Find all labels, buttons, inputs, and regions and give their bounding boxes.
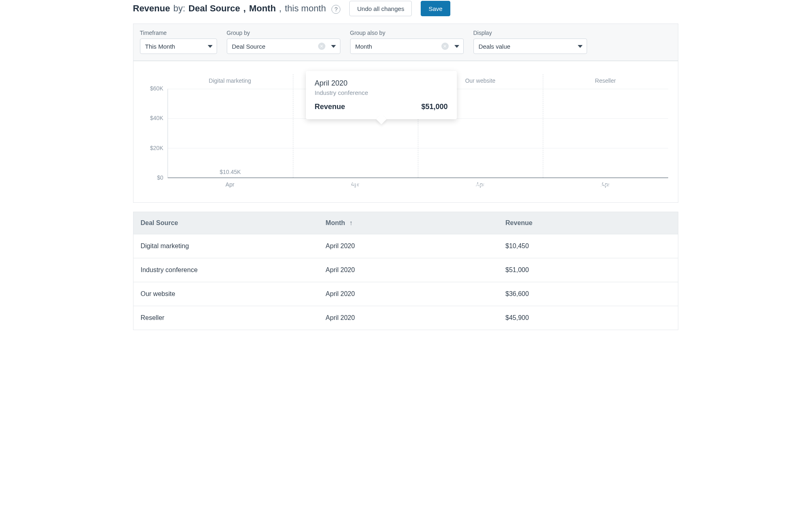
filter-bar: Timeframe This Month Group by Deal Sourc… (133, 24, 678, 61)
th-revenue[interactable]: Revenue (498, 212, 678, 234)
th-deal-source-label: Deal Source (141, 219, 178, 226)
filter-timeframe-label: Timeframe (140, 30, 217, 36)
th-month[interactable]: Month ↑ (318, 212, 498, 234)
cell-month: April 2020 (318, 282, 498, 306)
bar-label: $45.9K (557, 182, 654, 188)
chevron-down-icon (578, 45, 583, 48)
cell-month: April 2020 (318, 234, 498, 258)
filter-groupalso-label: Group also by (350, 30, 464, 36)
display-value: Deals value (479, 43, 574, 50)
table-row[interactable]: Industry conference April 2020 $51,000 (133, 258, 678, 282)
report-title: Revenue by: Deal Source , Month , this m… (133, 3, 341, 14)
title-by: by: (173, 3, 185, 14)
report-header: Revenue by: Deal Source , Month , this m… (133, 0, 678, 24)
cell-revenue: $45,900 (498, 306, 678, 330)
tooltip-metric-value: $51,000 (421, 103, 447, 111)
filter-groupalso: Group also by Month ✕ (350, 30, 464, 54)
groupby-select[interactable]: Deal Source ✕ (227, 39, 340, 54)
bar-label: $10.45K (181, 169, 279, 178)
tooltip-subtitle: Industry conference (315, 89, 448, 96)
cell-source: Industry conference (133, 258, 318, 282)
cell-revenue: $36,600 (498, 282, 678, 306)
title-comma: , (243, 3, 246, 14)
table-row[interactable]: Digital marketing April 2020 $10,450 (133, 234, 678, 258)
filter-display-label: Display (473, 30, 587, 36)
undo-button[interactable]: Undo all changes (349, 1, 412, 16)
data-table: Deal Source Month ↑ Revenue Digital mark… (133, 212, 678, 330)
chart-area: $60K $40K $20K $0 $10.45K (143, 89, 668, 178)
bar-label: $36.6K (432, 182, 529, 188)
clear-icon[interactable]: ✕ (441, 43, 449, 50)
help-icon[interactable]: ? (331, 5, 340, 14)
y-tick: $40K (150, 115, 163, 121)
y-axis: $60K $40K $20K $0 (143, 89, 168, 178)
filter-timeframe: Timeframe This Month (140, 30, 217, 54)
display-select[interactable]: Deals value (473, 39, 587, 54)
bar-label: $51K (307, 182, 404, 188)
cell-source: Digital marketing (133, 234, 318, 258)
table-row[interactable]: Our website April 2020 $36,600 (133, 282, 678, 306)
x-tick: Apr (168, 181, 293, 188)
y-tick: $0 (157, 174, 163, 181)
title-comma2: , (279, 3, 282, 14)
filter-groupby: Group by Deal Source ✕ (227, 30, 340, 54)
cell-month: April 2020 (318, 306, 498, 330)
chevron-down-icon (208, 45, 213, 48)
cell-source: Our website (133, 282, 318, 306)
table-row[interactable]: Reseller April 2020 $45,900 (133, 306, 678, 330)
clear-icon[interactable]: ✕ (318, 43, 325, 50)
chart-plot[interactable]: $10.45K $51K $36.6K (168, 89, 668, 178)
cell-revenue: $51,000 (498, 258, 678, 282)
th-month-label: Month (326, 219, 345, 226)
title-dim2: Month (249, 3, 276, 14)
cell-revenue: $10,450 (498, 234, 678, 258)
filter-groupby-label: Group by (227, 30, 340, 36)
group-title: Reseller (543, 77, 668, 84)
groupalso-select[interactable]: Month ✕ (350, 39, 464, 54)
chevron-down-icon (331, 45, 336, 48)
cell-month: April 2020 (318, 258, 498, 282)
timeframe-select[interactable]: This Month (140, 39, 217, 54)
title-dim1: Deal Source (189, 3, 240, 14)
timeframe-value: This Month (145, 43, 204, 50)
tooltip-pointer-icon (376, 114, 386, 124)
y-tick: $60K (150, 85, 163, 92)
title-range: this month (285, 3, 326, 14)
th-revenue-label: Revenue (506, 219, 533, 226)
tooltip-metric-label: Revenue (315, 103, 345, 111)
save-button[interactable]: Save (421, 1, 450, 16)
title-metric: Revenue (133, 3, 170, 14)
filter-display: Display Deals value (473, 30, 587, 54)
chart-tooltip: April 2020 Industry conference Revenue $… (306, 71, 457, 119)
groupalso-value: Month (355, 43, 437, 50)
chart-panel: Digital marketing Our website Reseller $… (133, 61, 678, 203)
y-tick: $20K (150, 145, 163, 151)
tooltip-title: April 2020 (315, 79, 448, 88)
chevron-down-icon (454, 45, 459, 48)
groupby-value: Deal Source (232, 43, 314, 50)
th-deal-source[interactable]: Deal Source (133, 212, 318, 234)
sort-asc-icon: ↑ (349, 219, 353, 227)
group-title: Digital marketing (168, 77, 293, 84)
cell-source: Reseller (133, 306, 318, 330)
